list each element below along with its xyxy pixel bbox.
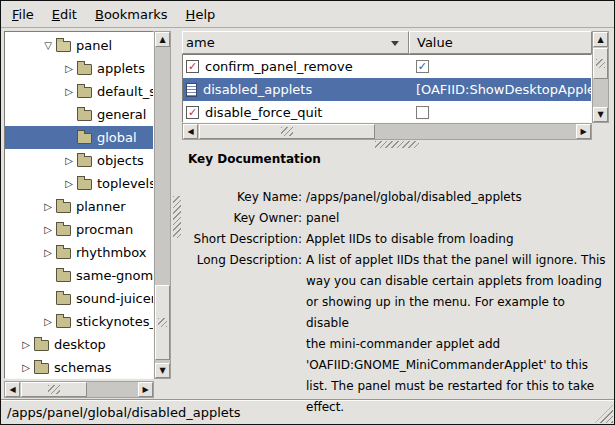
tree-item-rhythmbox[interactable]: ▷rhythmbox: [5, 241, 153, 264]
key-name: confirm_panel_remove: [205, 59, 353, 74]
expander-closed-icon[interactable]: ▷: [41, 200, 55, 214]
tree-item-applets[interactable]: ▷applets: [5, 57, 153, 80]
list-row-disable_force_quit[interactable]: disable_force_quit: [183, 101, 591, 123]
tree-item-same-gnome[interactable]: same-gnome: [5, 264, 153, 287]
tree-item-stickynotes-[interactable]: ▷stickynotes_: [5, 310, 153, 333]
tree-item-label: general: [97, 107, 146, 122]
tree-item-global[interactable]: global: [5, 126, 153, 149]
expander-closed-icon[interactable]: ▷: [41, 246, 55, 260]
splitter-grip: [375, 141, 419, 148]
tree-item-schemas[interactable]: ▷schemas: [5, 356, 153, 379]
pane-splitter-vertical[interactable]: [171, 31, 182, 397]
folder-icon: [56, 202, 71, 213]
tree-item-sound-juicer[interactable]: sound-juicer: [5, 287, 153, 310]
menubar: FileEditBookmarksHelp: [1, 1, 614, 28]
list-body[interactable]: confirm_panel_removedisabled_applets[OAF…: [182, 54, 592, 123]
list-vertical-scrollbar[interactable]: [592, 31, 609, 123]
expander-closed-icon[interactable]: ▷: [41, 315, 55, 329]
tree-item-label: objects: [97, 153, 144, 168]
folder-icon: [77, 179, 92, 190]
column-header-value[interactable]: Value: [409, 31, 592, 54]
scroll-up-icon[interactable]: [155, 32, 170, 47]
scroll-left-icon[interactable]: [183, 124, 198, 139]
list-row-confirm_panel_remove[interactable]: confirm_panel_remove: [183, 55, 591, 78]
tree-vscroll-thumb[interactable]: [155, 285, 170, 360]
tree-item-label: schemas: [54, 360, 112, 375]
name-cell: disabled_applets: [183, 78, 409, 101]
tree-item-label: default_se: [97, 84, 154, 99]
expander-closed-icon[interactable]: ▷: [19, 361, 33, 375]
expander-closed-icon[interactable]: ▷: [41, 223, 55, 237]
key-name: disabled_applets: [203, 82, 312, 97]
folder-icon: [77, 110, 92, 121]
expander-open-icon[interactable]: ▽: [41, 39, 55, 53]
checkbox-checked[interactable]: [416, 60, 429, 73]
expander-closed-icon[interactable]: ▷: [62, 154, 76, 168]
boolean-key-icon: [186, 60, 199, 73]
menu-bookmarks[interactable]: Bookmarks: [86, 3, 177, 26]
tree-viewport[interactable]: ▽panel▷applets▷default_segeneralglobal▷o…: [4, 31, 154, 379]
menu-edit[interactable]: Edit: [43, 3, 86, 26]
doc-fields: Key Name:/apps/panel/global/disabled_app…: [188, 187, 608, 418]
resize-grip[interactable]: [595, 405, 613, 423]
column-header-name-label: ame: [186, 35, 215, 50]
name-cell: disable_force_quit: [183, 101, 409, 123]
tree-item-toplevels[interactable]: ▷toplevels: [5, 172, 153, 195]
tree-item-label: planner: [76, 199, 126, 214]
scroll-right-icon[interactable]: [576, 124, 591, 139]
tree-item-label: procman: [76, 222, 133, 237]
pane-splitter-horizontal[interactable]: [182, 139, 613, 149]
tree-hscroll-thumb[interactable]: [21, 382, 87, 397]
column-header-name[interactable]: ame: [182, 31, 409, 54]
value-cell: [409, 101, 591, 123]
boolean-key-icon: [186, 106, 199, 119]
gconf-editor-window: FileEditBookmarksHelp ▽panel▷applets▷def…: [0, 0, 615, 425]
expander-closed-icon[interactable]: ▷: [19, 338, 33, 352]
expander-closed-icon[interactable]: ▷: [62, 62, 76, 76]
list-vscroll-thumb[interactable]: [593, 48, 608, 79]
tree-item-procman[interactable]: ▷procman: [5, 218, 153, 241]
tree-item-desktop[interactable]: ▷desktop: [5, 333, 153, 356]
doc-field-value: Applet IIDs to disable from loading: [306, 229, 608, 250]
tree-horizontal-scrollbar[interactable]: [4, 381, 154, 398]
list-horizontal-scrollbar[interactable]: [182, 123, 592, 140]
doc-title: Key Documentation: [188, 152, 608, 166]
tree-item-label: rhythmbox: [76, 245, 147, 260]
thumb-grip: [281, 127, 293, 136]
folder-icon: [77, 64, 92, 75]
folder-icon: [34, 340, 49, 351]
statusbar-text: /apps/panel/global/disabled_applets: [7, 405, 241, 420]
tree-item-panel[interactable]: ▽panel: [5, 34, 153, 57]
statusbar: /apps/panel/global/disabled_applets: [1, 399, 614, 424]
tree-item-planner[interactable]: ▷planner: [5, 195, 153, 218]
list-hscroll-thumb[interactable]: [199, 124, 375, 139]
expander-closed-icon[interactable]: ▷: [62, 177, 76, 191]
tree-item-label: toplevels: [97, 176, 154, 191]
folder-icon: [56, 271, 71, 282]
folder-icon: [56, 41, 71, 52]
key-documentation-pane: Key Documentation Key Name:/apps/panel/g…: [182, 149, 614, 399]
key-name: disable_force_quit: [205, 105, 322, 120]
tree-item-general[interactable]: general: [5, 103, 153, 126]
value-cell: [OAFIID:ShowDesktopApplet]: [409, 78, 591, 101]
menu-file[interactable]: File: [3, 3, 43, 26]
folder-icon: [56, 317, 71, 328]
key-value: [OAFIID:ShowDesktopApplet]: [416, 82, 591, 97]
scroll-up-icon[interactable]: [593, 32, 608, 47]
tree-item-default-se[interactable]: ▷default_se: [5, 80, 153, 103]
scroll-left-icon[interactable]: [5, 382, 20, 397]
doc-field-value: panel: [306, 208, 608, 229]
doc-field-value: A list of applet IIDs that the panel wil…: [306, 250, 608, 418]
list-row-disabled_applets[interactable]: disabled_applets[OAFIID:ShowDesktopApple…: [183, 78, 591, 101]
doc-field-label: Short Description:: [188, 229, 302, 250]
splitter-grip: [173, 196, 181, 238]
scroll-down-icon[interactable]: [155, 363, 170, 378]
expander-closed-icon[interactable]: ▷: [62, 85, 76, 99]
tree-item-objects[interactable]: ▷objects: [5, 149, 153, 172]
folder-icon: [56, 294, 71, 305]
scroll-down-icon[interactable]: [593, 107, 608, 122]
scroll-right-icon[interactable]: [138, 382, 153, 397]
tree-vertical-scrollbar[interactable]: [154, 31, 171, 379]
menu-help[interactable]: Help: [177, 3, 225, 26]
checkbox-unchecked[interactable]: [416, 106, 429, 119]
